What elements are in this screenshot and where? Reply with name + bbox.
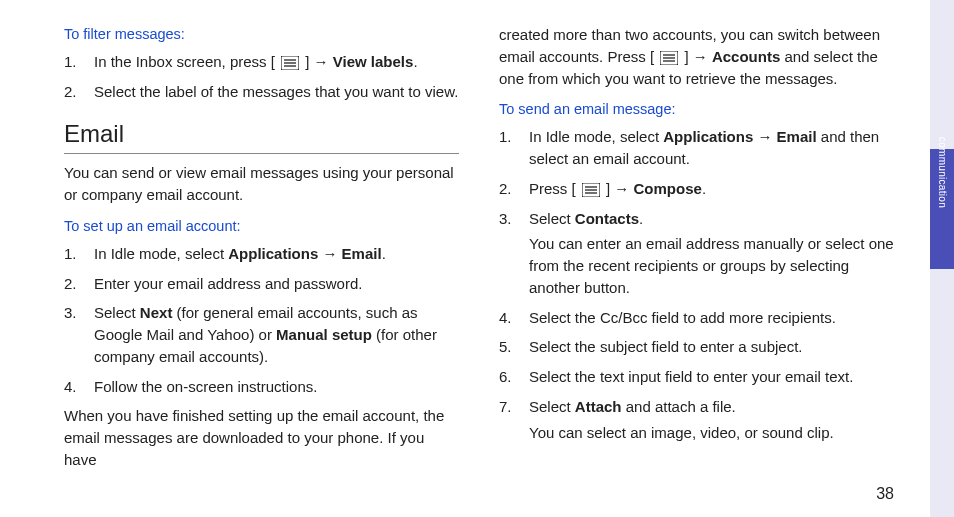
- filter-step-1: In the Inbox screen, press [ ] → View la…: [64, 51, 459, 73]
- left-column: To filter messages: In the Inbox screen,…: [64, 24, 459, 471]
- bold: Email: [777, 128, 817, 145]
- email-intro: You can send or view email messages usin…: [64, 162, 459, 206]
- bold: Accounts: [712, 48, 780, 65]
- send-step-1: In Idle mode, select Applications → Emai…: [499, 126, 894, 170]
- text: .: [382, 245, 386, 262]
- bold: Attach: [575, 398, 622, 415]
- setup-list: In Idle mode, select Applications → Emai…: [64, 243, 459, 398]
- send-list: In Idle mode, select Applications → Emai…: [499, 126, 894, 443]
- setup-step-1: In Idle mode, select Applications → Emai…: [64, 243, 459, 265]
- setup-step-3: Select Next (for general email accounts,…: [64, 302, 459, 367]
- send-step-7: Select Attach and attach a file. You can…: [499, 396, 894, 444]
- menu-icon: [582, 183, 600, 197]
- send-step-6: Select the text input field to enter you…: [499, 366, 894, 388]
- text: Select: [529, 210, 575, 227]
- text: ] →: [602, 180, 634, 197]
- send-step-4: Select the Cc/Bcc field to add more reci…: [499, 307, 894, 329]
- bold: Manual setup: [276, 326, 372, 343]
- text: ] →: [680, 48, 712, 65]
- bold: Email: [342, 245, 382, 262]
- bold: View labels: [333, 53, 414, 70]
- text: In Idle mode, select: [529, 128, 663, 145]
- setup-heading: To set up an email account:: [64, 216, 459, 237]
- send-step-2: Press [ ] → Compose.: [499, 178, 894, 200]
- setup-after: When you have finished setting up the em…: [64, 405, 459, 470]
- text: Select: [94, 304, 140, 321]
- right-column: created more than two accounts, you can …: [499, 24, 894, 471]
- text: In the Inbox screen, press [: [94, 53, 279, 70]
- text: →: [753, 128, 776, 145]
- text: Press [: [529, 180, 580, 197]
- continuation-text: created more than two accounts, you can …: [499, 24, 894, 89]
- filter-list: In the Inbox screen, press [ ] → View la…: [64, 51, 459, 103]
- send-step-5: Select the subject field to enter a subj…: [499, 336, 894, 358]
- page-number: 38: [876, 482, 894, 505]
- text: .: [639, 210, 643, 227]
- send-step-3: Select Contacts. You can enter an email …: [499, 208, 894, 299]
- filter-heading: To filter messages:: [64, 24, 459, 45]
- bold: Applications: [228, 245, 318, 262]
- bold: Applications: [663, 128, 753, 145]
- send-step-3-sub: You can enter an email address manually …: [529, 233, 894, 298]
- setup-step-4: Follow the on-screen instructions.: [64, 376, 459, 398]
- text: Select: [529, 398, 575, 415]
- page-content: To filter messages: In the Inbox screen,…: [64, 24, 894, 471]
- send-step-7-sub: You can select an image, video, or sound…: [529, 422, 894, 444]
- filter-step-2: Select the label of the messages that yo…: [64, 81, 459, 103]
- menu-icon: [281, 56, 299, 70]
- text: In Idle mode, select: [94, 245, 228, 262]
- text: .: [413, 53, 417, 70]
- email-divider: [64, 153, 459, 154]
- side-tab-label: communication: [935, 137, 950, 208]
- email-title: Email: [64, 117, 459, 152]
- setup-step-2: Enter your email address and password.: [64, 273, 459, 295]
- text: and attach a file.: [622, 398, 736, 415]
- bold: Compose: [634, 180, 702, 197]
- text: →: [318, 245, 341, 262]
- send-heading: To send an email message:: [499, 99, 894, 120]
- text: .: [702, 180, 706, 197]
- text: ] →: [301, 53, 333, 70]
- bold: Next: [140, 304, 173, 321]
- menu-icon: [660, 51, 678, 65]
- bold: Contacts: [575, 210, 639, 227]
